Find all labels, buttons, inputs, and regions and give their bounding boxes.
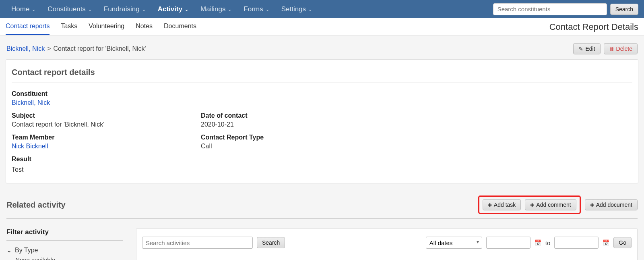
edit-button[interactable]: Edit bbox=[573, 43, 600, 54]
value-subject: Contact report for 'Bicknell, Nick' bbox=[12, 121, 201, 128]
details-card: Contact report details Constituent Bickn… bbox=[6, 59, 638, 183]
plus-icon bbox=[590, 202, 594, 208]
constituent-search-button[interactable]: Search bbox=[610, 4, 638, 15]
chevron-down-icon: ⌄ bbox=[308, 7, 312, 12]
top-nav: Home⌄ Constituents⌄ Fundraising⌄ Activit… bbox=[0, 0, 644, 18]
calendar-icon[interactable] bbox=[603, 239, 609, 246]
tab-documents[interactable]: Documents bbox=[164, 19, 196, 35]
tab-notes[interactable]: Notes bbox=[136, 19, 153, 35]
nav-constituents[interactable]: Constituents⌄ bbox=[42, 1, 97, 17]
related-activity-header: Related activity Add task Add comment Ad… bbox=[0, 183, 644, 218]
add-task-button[interactable]: Add task bbox=[483, 199, 521, 210]
nav-mailings[interactable]: Mailings⌄ bbox=[195, 1, 237, 17]
nav-home[interactable]: Home⌄ bbox=[6, 1, 41, 17]
chevron-down-icon: ⌄ bbox=[266, 7, 269, 12]
filter-by-type-toggle[interactable]: ⌄ By Type bbox=[6, 246, 123, 254]
tab-contact-reports[interactable]: Contact reports bbox=[6, 19, 50, 35]
nav-fundraising[interactable]: Fundraising⌄ bbox=[98, 1, 151, 17]
related-activity-body: Filter activity ⌄ By Type None available… bbox=[0, 218, 644, 260]
subtab-bar: Contact reports Tasks Volunteering Notes… bbox=[0, 18, 644, 36]
label-team-member: Team Member bbox=[12, 134, 201, 141]
chevron-down-icon: ⌄ bbox=[185, 7, 188, 12]
value-date: 2020-10-21 bbox=[201, 121, 632, 128]
chevron-down-icon: ⌄ bbox=[32, 7, 35, 12]
related-activity-title: Related activity bbox=[6, 200, 66, 210]
date-go-button[interactable]: Go bbox=[613, 237, 632, 248]
label-date: Date of contact bbox=[201, 112, 632, 119]
trash-icon bbox=[609, 46, 614, 52]
value-report-type: Call bbox=[201, 143, 632, 150]
filter-title: Filter activity bbox=[6, 228, 123, 241]
delete-button[interactable]: Delete bbox=[604, 43, 638, 54]
value-result: Test bbox=[12, 166, 632, 173]
details-section-title: Contact report details bbox=[12, 68, 632, 77]
date-to-label: to bbox=[545, 239, 551, 246]
chevron-down-icon: ⌄ bbox=[142, 7, 146, 12]
activity-panel: Search All dates to Go No results are av… bbox=[136, 228, 638, 260]
nav-items: Home⌄ Constituents⌄ Fundraising⌄ Activit… bbox=[6, 1, 493, 17]
date-range-select[interactable]: All dates bbox=[426, 237, 482, 249]
date-to-input[interactable] bbox=[554, 237, 599, 249]
value-constituent[interactable]: Bicknell, Nick bbox=[12, 99, 632, 106]
date-from-input[interactable] bbox=[486, 237, 530, 249]
label-report-type: Contact Report Type bbox=[201, 134, 632, 141]
chevron-down-icon: ⌄ bbox=[228, 7, 231, 12]
value-team-member[interactable]: Nick Bicknell bbox=[12, 143, 201, 150]
add-document-button[interactable]: Add document bbox=[585, 199, 638, 210]
chevron-down-icon: ⌄ bbox=[88, 7, 92, 12]
constituent-search-input[interactable] bbox=[493, 3, 607, 15]
label-subject: Subject bbox=[12, 112, 201, 119]
breadcrumb-current: Contact report for 'Bicknell, Nick' bbox=[53, 45, 146, 52]
breadcrumb-link[interactable]: Bicknell, Nick bbox=[6, 45, 45, 52]
nav-search-group: Search bbox=[493, 3, 638, 15]
nav-activity[interactable]: Activity⌄ bbox=[152, 1, 194, 17]
add-comment-button[interactable]: Add comment bbox=[525, 199, 576, 210]
nav-forms[interactable]: Forms⌄ bbox=[238, 1, 275, 17]
filter-sidebar: Filter activity ⌄ By Type None available bbox=[6, 228, 123, 260]
page-title: Contact Report Details bbox=[549, 22, 638, 32]
pencil-icon bbox=[578, 46, 583, 52]
label-constituent: Constituent bbox=[12, 90, 632, 98]
activity-search-button[interactable]: Search bbox=[257, 237, 285, 248]
nav-settings[interactable]: Settings⌄ bbox=[276, 1, 318, 17]
tab-tasks[interactable]: Tasks bbox=[61, 19, 77, 35]
highlight-annotation: Add task Add comment bbox=[478, 196, 581, 214]
filter-none-available: None available bbox=[6, 256, 123, 260]
chevron-down-icon: ⌄ bbox=[6, 246, 12, 254]
tab-volunteering[interactable]: Volunteering bbox=[89, 19, 124, 35]
calendar-icon[interactable] bbox=[535, 239, 541, 246]
breadcrumb-row: Bicknell, Nick > Contact report for 'Bic… bbox=[0, 36, 644, 59]
breadcrumb-separator: > bbox=[47, 45, 51, 52]
activity-search-input[interactable] bbox=[142, 237, 253, 249]
label-result: Result bbox=[12, 156, 632, 163]
plus-icon bbox=[530, 202, 534, 208]
plus-icon bbox=[488, 202, 492, 208]
